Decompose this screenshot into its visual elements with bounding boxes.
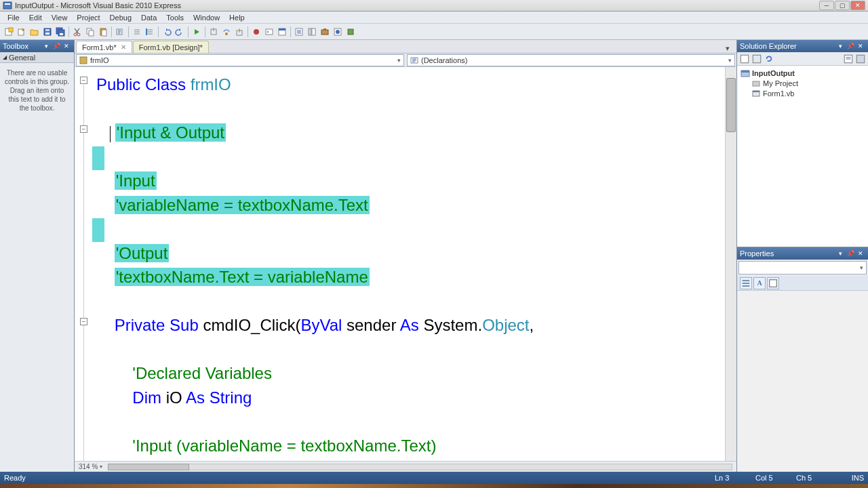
- properties-button[interactable]: [293, 26, 305, 38]
- toolbox-group-general[interactable]: ◢ General: [0, 52, 74, 63]
- right-panels: Solution Explorer ▾ 📌 ✕ InputOutput: [736, 40, 868, 472]
- document-tabs: Form1.vb* ✕ Form1.vb [Design]* ▾: [75, 40, 736, 54]
- svg-rect-25: [279, 28, 285, 30]
- toolbox-close-icon[interactable]: ✕: [62, 41, 71, 51]
- svg-rect-6: [45, 33, 50, 35]
- horizontal-scrollbar[interactable]: [108, 464, 732, 470]
- tree-form1-node[interactable]: Form1.vb: [739, 88, 866, 98]
- toolbar-separator: [128, 26, 129, 37]
- solution-explorer-header: Solution Explorer ▾ 📌 ✕: [737, 40, 868, 52]
- show-all-icon[interactable]: [751, 54, 762, 64]
- tabs-dropdown-icon[interactable]: ▾: [726, 44, 736, 53]
- cut-button[interactable]: [71, 26, 83, 38]
- class-icon: [79, 56, 87, 64]
- panel-dropdown-icon[interactable]: ▾: [835, 249, 845, 258]
- tree-project-node[interactable]: InputOutput: [739, 68, 866, 78]
- categorized-icon[interactable]: [740, 277, 752, 289]
- menu-file[interactable]: File: [3, 13, 24, 22]
- svg-rect-39: [856, 55, 864, 62]
- svg-rect-42: [753, 81, 760, 86]
- solution-tree[interactable]: InputOutput My Project Form1.vb: [737, 66, 868, 247]
- alphabetical-icon[interactable]: A: [753, 277, 766, 289]
- zoom-level[interactable]: 314 %: [79, 463, 98, 470]
- close-button[interactable]: ✕: [850, 1, 865, 10]
- tree-myproject-node[interactable]: My Project: [739, 78, 866, 88]
- declarations-icon: [410, 56, 418, 64]
- chevron-down-icon[interactable]: ▾: [100, 464, 102, 470]
- step-out-button[interactable]: [233, 26, 245, 38]
- svg-rect-45: [770, 279, 777, 287]
- save-button[interactable]: [41, 26, 54, 38]
- step-into-button[interactable]: [208, 26, 220, 38]
- properties-grid[interactable]: [737, 291, 868, 472]
- extension-button[interactable]: [344, 26, 357, 38]
- save-all-button[interactable]: [54, 26, 66, 38]
- panel-pin-icon[interactable]: 📌: [846, 41, 855, 51]
- open-button[interactable]: [28, 26, 41, 38]
- toolbox-dropdown-icon[interactable]: ▾: [41, 41, 51, 51]
- refresh-icon[interactable]: [764, 54, 774, 64]
- view-code-icon[interactable]: [843, 54, 854, 64]
- breakpoint-button[interactable]: [250, 26, 262, 38]
- code-editor[interactable]: − − − Public Class frmIO 'Input & Output…: [75, 67, 736, 461]
- panel-dropdown-icon[interactable]: ▾: [835, 41, 845, 51]
- class-selector[interactable]: frmIO ▾: [76, 54, 404, 66]
- redo-button[interactable]: [174, 26, 186, 38]
- tab-form1-vb[interactable]: Form1.vb* ✕: [76, 41, 132, 53]
- menu-debug[interactable]: Debug: [105, 13, 136, 22]
- menu-window[interactable]: Window: [189, 13, 224, 22]
- toolbar-separator: [68, 26, 69, 37]
- undo-button[interactable]: [161, 26, 173, 38]
- toolbar-separator: [205, 26, 205, 37]
- menu-help[interactable]: Help: [224, 13, 250, 22]
- new-project-button[interactable]: [3, 26, 15, 38]
- maximize-button[interactable]: ▢: [835, 1, 850, 10]
- start-page-button[interactable]: [332, 26, 344, 38]
- add-item-button[interactable]: [16, 26, 28, 38]
- solution-explorer-button[interactable]: [276, 26, 288, 38]
- tree-node-label: Form1.vb: [763, 89, 794, 98]
- code-body[interactable]: Public Class frmIO 'Input & Output 'Inpu…: [92, 67, 725, 461]
- view-designer-icon[interactable]: [855, 54, 866, 64]
- panel-pin-icon[interactable]: 📌: [846, 249, 855, 258]
- vertical-scrollbar[interactable]: [725, 67, 736, 461]
- properties-icon[interactable]: [739, 54, 750, 64]
- toolbox-pin-icon[interactable]: 📌: [52, 41, 61, 51]
- project-icon: [741, 69, 750, 77]
- chevron-down-icon: ▾: [728, 57, 732, 64]
- tab-form1-design[interactable]: Form1.vb [Design]*: [133, 41, 209, 53]
- object-browser-button[interactable]: [306, 26, 318, 38]
- comment-button[interactable]: [131, 26, 143, 38]
- immediate-button[interactable]: [263, 26, 275, 38]
- start-button[interactable]: [191, 26, 203, 38]
- svg-rect-36: [741, 55, 748, 62]
- toolbar: [0, 24, 868, 40]
- panel-close-icon[interactable]: ✕: [856, 249, 865, 258]
- menu-view[interactable]: View: [47, 13, 73, 22]
- member-selector[interactable]: (Declarations) ▾: [407, 54, 735, 66]
- find-button[interactable]: [114, 26, 126, 38]
- menu-tools[interactable]: Tools: [161, 13, 189, 22]
- scrollbar-thumb[interactable]: [108, 464, 189, 470]
- menu-data[interactable]: Data: [136, 13, 161, 22]
- uncomment-button[interactable]: [144, 26, 156, 38]
- tab-close-icon[interactable]: ✕: [121, 43, 126, 51]
- menu-project[interactable]: Project: [72, 13, 104, 22]
- minimize-button[interactable]: ─: [819, 1, 834, 10]
- copy-button[interactable]: [84, 26, 96, 38]
- property-pages-icon[interactable]: [767, 277, 779, 289]
- toolbox-button[interactable]: [319, 26, 331, 38]
- step-over-button[interactable]: [220, 26, 233, 38]
- tree-node-label: My Project: [763, 79, 798, 87]
- fold-button[interactable]: −: [80, 77, 87, 84]
- fold-button[interactable]: −: [80, 125, 87, 133]
- fold-button[interactable]: −: [80, 318, 87, 325]
- toolbox-empty-message: There are no usable controls in this gro…: [0, 63, 74, 118]
- menu-edit[interactable]: Edit: [24, 13, 47, 22]
- properties-object-selector[interactable]: ▾: [738, 261, 867, 274]
- panel-close-icon[interactable]: ✕: [856, 41, 865, 51]
- properties-header: Properties ▾ 📌 ✕: [737, 247, 868, 260]
- paste-button[interactable]: [97, 26, 109, 38]
- outline-gutter[interactable]: − − −: [75, 67, 92, 461]
- scrollbar-thumb[interactable]: [726, 78, 736, 132]
